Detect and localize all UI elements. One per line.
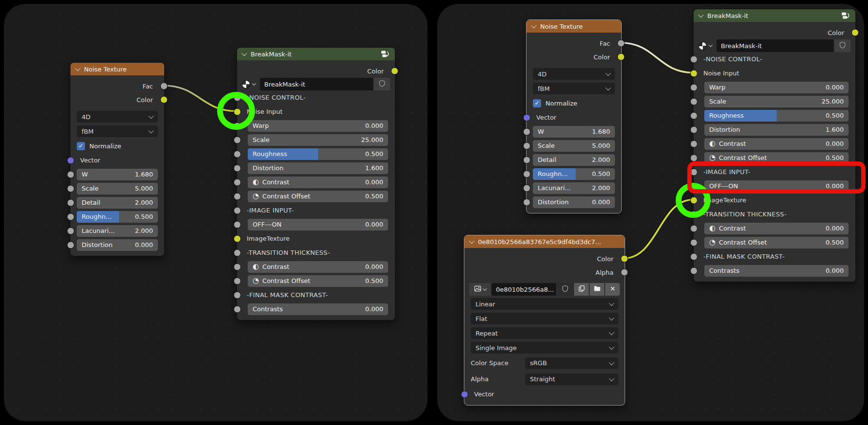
slider-distortion[interactable]: Distortion1.600 [704,124,849,136]
slider-roughness[interactable]: Roughness0.500 [248,148,388,160]
dropdown-repeat[interactable]: Repeat [471,327,618,339]
slider-contrast-offset[interactable]: ◔Contrast Offset0.500 [248,275,388,287]
slider-scale[interactable]: Scale25.000 [704,96,849,107]
input-imagetexture-socket[interactable] [234,235,241,242]
input-contrast-socket[interactable] [234,263,241,270]
section-noise-control-socket[interactable] [690,55,698,63]
section-transition-thickness-socket[interactable] [234,249,241,256]
input-contrasts-socket[interactable] [234,305,241,313]
input-off-on-socket[interactable] [234,221,241,228]
checkbox-normalize[interactable]: ✓ [77,142,85,150]
output-color-socket[interactable] [851,29,859,36]
slider-contrast[interactable]: ◐Contrast0.000 [704,138,849,150]
node-header-noise-texture[interactable]: Noise Texture [70,63,164,75]
fake-user-button[interactable] [557,283,573,296]
slider-distortion[interactable]: Distortion0.000 [533,196,615,208]
input-distortion-socket[interactable] [67,241,74,248]
slider-detail[interactable]: Detail2.000 [77,197,158,209]
dropdown-single-image[interactable]: Single Image [471,342,618,354]
slider-contrast-offset[interactable]: ◔Contrast Offset0.500 [704,237,849,248]
checkbox-normalize[interactable]: ✓ [533,99,541,107]
dropdown-straight[interactable]: Straight [525,373,618,385]
slider-lacunari[interactable]: Lacunari...2.000 [533,182,615,194]
slider-scale[interactable]: Scale25.000 [248,134,388,146]
node-header-noise-texture[interactable]: Noise Texture [527,20,621,33]
input-distortion-socket[interactable] [234,164,241,172]
node-group-name-field[interactable]: BreakMask-it [716,39,834,52]
input-lacunari-socket[interactable] [523,184,530,192]
input-contrast-offset-socket[interactable] [690,239,698,246]
output-color-socket[interactable] [391,68,398,75]
node-header-breakmask-it[interactable]: BreakMask-it [237,48,395,60]
output-color-socket[interactable] [160,96,168,104]
slider-roughn[interactable]: Roughn...0.500 [77,211,158,223]
slider-distortion[interactable]: Distortion0.000 [77,239,158,251]
slider-scale[interactable]: Scale5.000 [533,140,615,152]
input-scale-socket[interactable] [690,98,698,105]
dropdown-4d[interactable]: 4D [533,68,615,80]
output-fac-socket[interactable] [617,40,625,47]
section-image-input-socket[interactable] [234,207,241,214]
slider-lacunari[interactable]: Lacunari...2.000 [77,225,158,237]
slider-contrast[interactable]: ◐Contrast0.000 [248,177,388,188]
slider-contrast[interactable]: ◐Contrast0.000 [248,261,388,273]
input-vector-socket[interactable] [523,114,530,121]
slider-contrast[interactable]: ◐Contrast0.000 [704,223,849,234]
section-final-mask-contrast-socket[interactable] [690,253,698,260]
dropdown-fbm[interactable]: fBM [77,125,158,137]
section-final-mask-contrast-socket[interactable] [234,291,241,299]
output-color-socket[interactable] [621,255,628,263]
slider-w[interactable]: W1.680 [77,169,158,180]
output-fac-socket[interactable] [160,83,168,90]
dropdown-linear[interactable]: Linear [471,298,618,310]
unlink-image-button[interactable] [605,283,620,296]
input-vector-socket[interactable] [461,390,468,398]
input-w-socket[interactable] [523,128,530,135]
input-contrast-offset-socket[interactable] [234,193,241,200]
node-header-0e8010b2566a83767e5c9df4bd3dc7[interactable]: 0e8010b2566a83767e5c9df4bd3dc7... [464,235,625,248]
input-scale-socket[interactable] [234,136,241,143]
slider-roughness[interactable]: Roughness0.500 [704,110,849,122]
input-roughness-socket[interactable] [690,112,698,119]
input-vector-socket[interactable] [67,157,74,164]
output-color-socket[interactable] [617,53,625,61]
output-alpha-socket[interactable] [621,269,628,276]
input-contrast-socket[interactable] [690,140,698,147]
slider-off-on[interactable]: OFF---ON0.000 [248,219,388,230]
input-distortion-socket[interactable] [690,126,698,133]
dropdown-srgb[interactable]: sRGB [525,357,618,369]
input-roughn-socket[interactable] [523,170,530,177]
input-distortion-socket[interactable] [523,198,530,206]
dropdown-flat[interactable]: Flat [471,313,618,324]
browse-node-group-button[interactable] [698,42,715,50]
browse-node-group-button[interactable] [242,80,259,89]
dropdown-fbm[interactable]: fBM [533,83,615,94]
input-contrast-socket[interactable] [690,225,698,232]
slider-warp[interactable]: Warp0.000 [248,120,388,132]
slider-contrasts[interactable]: Contrasts0.000 [704,265,849,277]
slider-distortion[interactable]: Distortion1.600 [248,162,388,174]
input-scale-socket[interactable] [523,142,530,149]
input-contrast-offset-socket[interactable] [690,154,698,161]
input-detail-socket[interactable] [67,199,74,206]
duplicate-image-button[interactable] [574,283,589,296]
input-warp-socket[interactable] [690,84,698,91]
fake-user-button[interactable] [834,39,851,52]
input-contrast-offset-socket[interactable] [234,277,241,284]
node-group-name-field[interactable]: BreakMask-it [260,78,373,90]
slider-warp[interactable]: Warp0.000 [704,82,849,93]
input-w-socket[interactable] [67,171,74,178]
slider-w[interactable]: W1.680 [533,126,615,138]
fake-user-button[interactable] [374,78,390,90]
slider-contrast-offset[interactable]: ◔Contrast Offset0.500 [248,191,388,202]
open-image-button[interactable] [590,283,604,296]
input-contrast-socket[interactable] [234,178,241,186]
input-scale-socket[interactable] [67,185,74,192]
slider-contrasts[interactable]: Contrasts0.000 [248,303,388,315]
browse-image-button[interactable] [469,283,491,296]
input-roughn-socket[interactable] [67,213,74,220]
slider-detail[interactable]: Detail2.000 [533,154,615,166]
input-noise-input-socket[interactable] [690,70,698,77]
image-name-field[interactable]: 0e8010b2566a8... [492,283,556,296]
input-detail-socket[interactable] [523,156,530,163]
